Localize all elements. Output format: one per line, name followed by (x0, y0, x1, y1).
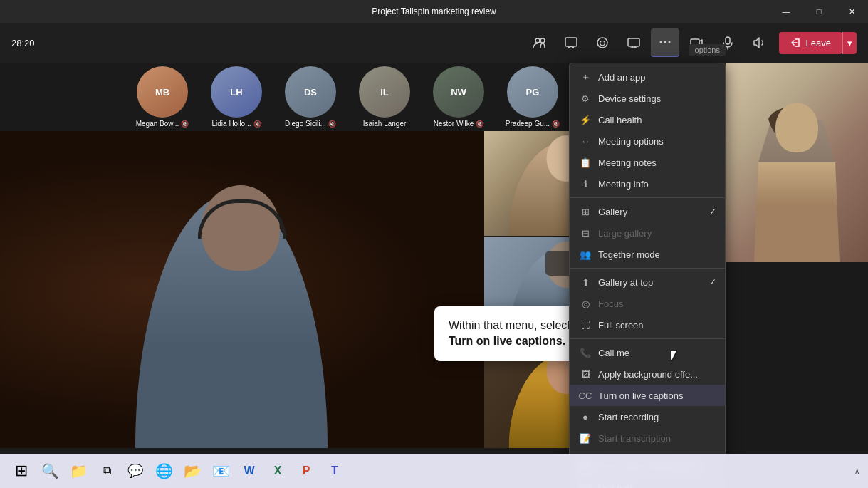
menu-icon-full-screen: ⛶ (580, 319, 591, 331)
menu-item-turn-on-captions[interactable]: CCTurn on live captions (570, 385, 725, 406)
participant-thumb-0: MBMegan Bow...🔇 (128, 66, 197, 128)
participant-avatar-4[interactable]: NW (433, 66, 484, 118)
menu-item-focus: ◎Focus (570, 293, 725, 314)
participant-avatar-3[interactable]: IL (359, 66, 410, 118)
menu-item-apply-bg[interactable]: 🖼Apply background effe... (570, 363, 725, 385)
menu-label-gallery: Gallery (598, 207, 715, 217)
menu-item-start-recording[interactable]: ●Start recording (570, 406, 725, 427)
menu-label-large-gallery: Large gallery (598, 228, 715, 239)
menu-item-call-health[interactable]: ⚡Call health (570, 109, 725, 130)
menu-item-together-mode[interactable]: 👥Together mode (570, 244, 725, 265)
participant-thumb-5: PGPradeep Gu...🔇 (498, 66, 567, 128)
menu-icon-call-me: 📞 (580, 347, 591, 358)
chat-button[interactable] (557, 28, 585, 57)
teams-button[interactable]: T (322, 458, 347, 484)
search-button[interactable]: 🔍 (37, 458, 63, 484)
menu-icon-gallery-at-top: ⬆ (580, 276, 591, 288)
menu-item-full-screen[interactable]: ⛶Full screen (570, 314, 725, 336)
participant-thumb-4: NWNestor Wilke🔇 (424, 66, 493, 128)
menu-label-focus: Focus (598, 298, 715, 309)
explorer-button[interactable]: 📂 (179, 458, 205, 484)
main-speaker-video (0, 131, 484, 448)
self-view (726, 63, 868, 262)
participant-name-0: Megan Bow...🔇 (130, 120, 194, 128)
minimize-button[interactable]: — (770, 0, 802, 23)
meeting-toolbar: 28:20 Leave ▾ (0, 23, 868, 63)
excel-button[interactable]: X (265, 458, 291, 484)
menu-item-meeting-notes[interactable]: 📋Meeting notes (570, 152, 725, 173)
participant-name-2: Diego Sicili...🔇 (278, 120, 343, 128)
menu-item-meeting-info[interactable]: ℹMeeting info (570, 173, 725, 194)
participants-button[interactable] (525, 28, 554, 57)
taskbar-chevron[interactable]: ∧ (854, 467, 859, 475)
file-explorer-button[interactable]: 📁 (66, 458, 91, 484)
participant-thumb-3: ILIsaiah Langer (350, 66, 419, 128)
instruction-line1: Within that menu, select (449, 319, 570, 331)
reactions-button[interactable] (588, 28, 617, 57)
svg-point-0 (535, 38, 540, 43)
taskview-button[interactable]: ⧉ (94, 458, 120, 484)
menu-item-large-gallery: ⊟Large gallery (570, 222, 725, 244)
participant-thumb-1: LHLidia Hollo...🔇 (202, 66, 271, 128)
self-view-background (726, 63, 868, 262)
participant-name-4: Nestor Wilke🔇 (427, 120, 491, 128)
maximize-button[interactable]: □ (802, 0, 835, 23)
participant-name-1: Lidia Hollo...🔇 (204, 120, 268, 128)
leave-button[interactable]: Leave (779, 32, 842, 54)
share-screen-button[interactable] (619, 28, 648, 57)
svg-rect-6 (628, 38, 639, 46)
menu-separator-10 (570, 268, 725, 269)
outlook-button[interactable]: 📧 (208, 458, 234, 484)
participant-name-3: Isaiah Langer (352, 120, 417, 128)
menu-check-gallery: ✓ (709, 207, 716, 217)
participant-avatar-5[interactable]: PG (507, 66, 558, 118)
menu-item-gallery[interactable]: ⊞Gallery✓ (570, 201, 725, 222)
menu-icon-add-app: ＋ (580, 71, 591, 83)
svg-point-5 (603, 41, 605, 43)
svg-point-7 (659, 41, 662, 43)
powerpoint-button[interactable]: P (293, 458, 319, 484)
menu-item-meeting-options[interactable]: ↔Meeting options (570, 130, 725, 152)
participant-avatar-0[interactable]: MB (137, 66, 188, 118)
edge-button[interactable]: 🌐 (151, 458, 177, 484)
menu-label-start-recording: Start recording (598, 412, 715, 422)
teams-personal-button[interactable]: 💬 (122, 458, 148, 484)
audio-button[interactable] (745, 28, 773, 57)
leave-dropdown-button[interactable]: ▾ (842, 32, 857, 54)
menu-icon-gallery: ⊞ (580, 206, 591, 217)
participant-thumb-2: DSDiego Sicili...🔇 (276, 66, 345, 128)
menu-icon-large-gallery: ⊟ (580, 227, 591, 239)
menu-separator-14 (570, 338, 725, 339)
menu-icon-call-health: ⚡ (580, 114, 591, 125)
menu-item-device-settings[interactable]: ⚙Device settings (570, 88, 725, 109)
menu-label-add-app: Add an app (598, 72, 715, 83)
menu-icon-start-transcription: 📝 (580, 432, 591, 444)
menu-label-apply-bg: Apply background effe... (598, 369, 715, 380)
menu-label-call-me: Call me (598, 348, 715, 358)
menu-icon-together-mode: 👥 (580, 249, 591, 260)
svg-point-8 (664, 41, 666, 43)
menu-icon-meeting-options: ↔ (580, 135, 591, 147)
word-button[interactable]: W (236, 458, 262, 484)
start-button[interactable]: ⊞ (9, 458, 34, 484)
more-options-button[interactable] (651, 28, 679, 57)
menu-item-gallery-at-top[interactable]: ⬆Gallery at top✓ (570, 271, 725, 293)
svg-point-3 (597, 38, 607, 48)
window-controls[interactable]: — □ ✕ (770, 0, 868, 23)
participant-avatar-2[interactable]: DS (285, 66, 336, 118)
svg-point-1 (540, 38, 545, 43)
menu-label-call-health: Call health (598, 115, 715, 125)
participant-avatar-1[interactable]: LH (211, 66, 262, 118)
taskbar-right: ∧ (854, 467, 859, 475)
menu-icon-meeting-notes: 📋 (580, 157, 591, 168)
menu-item-call-me[interactable]: 📞Call me (570, 342, 725, 363)
menu-label-full-screen: Full screen (598, 320, 715, 331)
close-button[interactable]: ✕ (835, 0, 868, 23)
menu-icon-apply-bg: 🖼 (580, 368, 591, 380)
speaker-video-background (0, 131, 484, 448)
menu-label-together-mode: Together mode (598, 249, 715, 260)
menu-item-add-app[interactable]: ＋Add an app (570, 66, 725, 88)
menu-icon-start-recording: ● (580, 411, 591, 422)
menu-label-meeting-options: Meeting options (598, 136, 715, 147)
taskbar: ⊞ 🔍 📁 ⧉ 💬 🌐 📂 📧 W X P T ∧ (0, 454, 868, 488)
